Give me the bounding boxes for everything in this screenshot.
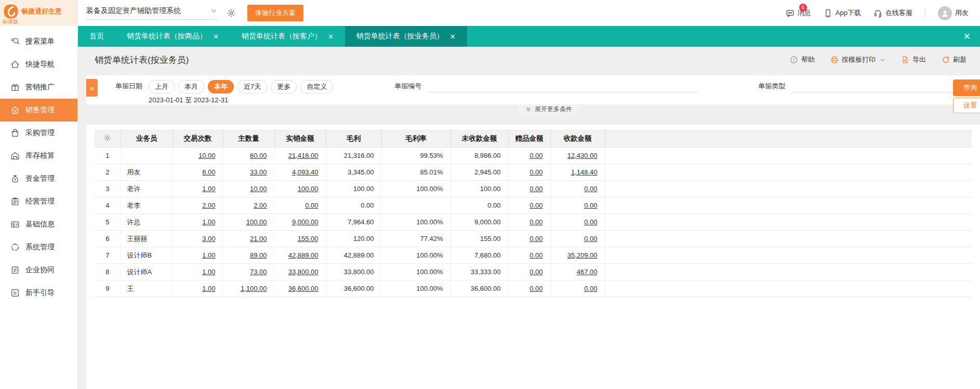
drilldown-link[interactable]: 155.00 [298,235,319,243]
drilldown-link[interactable]: 0.00 [584,235,597,243]
drilldown-link[interactable]: 0.00 [305,202,318,209]
drilldown-link[interactable]: 1.00 [202,268,215,276]
drilldown-link[interactable]: 0.00 [529,285,542,292]
drilldown-link[interactable]: 0.00 [584,202,597,209]
drilldown-link[interactable]: 0.00 [529,268,542,276]
drilldown-link[interactable]: 21.00 [250,235,267,243]
drilldown-link[interactable]: 1.00 [202,251,215,259]
cell-filler [605,247,972,264]
sidebar-item-gift[interactable]: 营销推广 [0,76,77,99]
expand-more-conditions[interactable]: 展开更多条件 [518,104,579,114]
drilldown-link[interactable]: 33.00 [250,168,267,176]
drilldown-link[interactable]: 0.00 [584,218,597,226]
drilldown-link[interactable]: 89.00 [250,251,267,259]
query-button[interactable]: 查询 [953,79,980,96]
table-row: 8设计师A1.0073.0033,800.0033,800.00100.00%3… [95,264,972,280]
drilldown-link[interactable]: 2.00 [254,202,267,209]
date-option-近7天[interactable]: 近7天 [237,80,267,93]
drilldown-link[interactable]: 33,800.00 [288,268,319,276]
sidebar-item-idcard[interactable]: A基础信息 [0,213,77,236]
tab-0[interactable]: 首页 [78,26,115,47]
system-icon [10,243,20,252]
sidebar-item-sales[interactable]: $销售管理 [0,99,77,122]
drilldown-link[interactable]: 4,093.40 [292,168,319,176]
date-option-更多[interactable]: 更多 [271,80,297,93]
sidebar-item-clipboard[interactable]: 经营管理 [0,190,77,213]
sidebar-item-guide[interactable]: 新新手引导 [0,281,77,304]
drilldown-link[interactable]: 0.00 [529,152,542,159]
date-option-上月[interactable]: 上月 [149,80,175,93]
column-settings-button[interactable] [95,130,121,147]
messages-button[interactable]: 消息 6 [786,8,811,18]
drilldown-link[interactable]: 12,430.00 [567,152,598,159]
close-all-tabs-button[interactable]: ✕ [954,26,980,47]
drilldown-link[interactable]: 1,148.40 [571,168,598,176]
refresh-button[interactable]: 刷新 [942,55,966,64]
drilldown-link[interactable]: 6.00 [202,168,215,176]
brand-logo-icon [3,4,19,19]
sidebar-item-collab[interactable]: 企业协同 [0,259,77,281]
sidebar-item-bag[interactable]: 采购管理 [0,122,77,144]
date-range-value[interactable]: 2023-01-01 至 2023-12-31 [149,96,333,105]
table-row: 5许总1.00100.009,000.007,964.60100.00%9,00… [95,214,972,231]
app-download-button[interactable]: App下载 [824,8,861,18]
drilldown-link[interactable]: 0.00 [529,185,542,193]
drilldown-link[interactable]: 1,100.00 [241,285,267,292]
user-menu[interactable]: 用友 [938,6,969,20]
date-option-本月[interactable]: 本月 [178,80,204,93]
export-button[interactable]: 导出 [901,55,926,64]
print-chevron-down-icon[interactable] [880,57,885,63]
drilldown-link[interactable]: 2.00 [202,202,215,209]
drilldown-link[interactable]: 0.00 [584,185,597,193]
drilldown-link[interactable]: 0.00 [529,202,542,209]
tab-2[interactable]: 销货单统计表（按客户）✕ [230,26,345,47]
drilldown-link[interactable]: 1.00 [202,218,215,226]
system-select[interactable]: 装备及固定资产辅助管理系统 [86,6,217,20]
drilldown-link[interactable]: 42,889.00 [288,251,319,259]
sidebar-item-system[interactable]: 系统管理 [0,236,77,259]
filter-settings-button[interactable]: 设置 [953,98,980,113]
online-service-button[interactable]: 在线客服 [873,8,912,18]
drilldown-link[interactable]: 0.00 [584,285,597,292]
tab-1[interactable]: 销货单统计表（按商品）✕ [115,26,230,47]
drilldown-link[interactable]: 36,600.00 [288,285,319,292]
drilldown-link[interactable]: 9,000.00 [292,218,319,226]
double-chevron-down-icon [525,106,532,113]
tab-close-icon[interactable]: ✕ [328,33,334,41]
drilldown-link[interactable]: 21,416.00 [288,152,319,159]
cell-value: 36,600.00 [326,280,381,297]
trial-plan-button[interactable]: 体验行业方案 [247,5,303,21]
tab-3-active[interactable]: 销货单统计表（按业务员）✕ [345,26,467,47]
drilldown-link[interactable]: 35,209.00 [567,251,598,259]
drilldown-link[interactable]: 1.00 [202,285,215,292]
print-by-template-button[interactable]: 按模板打印 [830,55,885,64]
tab-close-icon[interactable]: ✕ [450,33,456,41]
drilldown-link[interactable]: 73.00 [250,268,267,276]
drilldown-link[interactable]: 0.00 [529,168,542,176]
doc-no-input[interactable] [428,80,698,92]
drilldown-link[interactable]: 60.00 [250,152,267,159]
settings-gear-icon[interactable] [227,8,236,18]
sidebar-item-warehouse[interactable]: 库存核算 [0,144,77,167]
doc-type-select[interactable] [791,80,980,92]
drilldown-link[interactable]: 100.00 [246,218,267,226]
collapse-filter-button[interactable]: » [86,79,98,97]
drilldown-link[interactable]: 0.00 [529,218,542,226]
tab-close-icon[interactable]: ✕ [213,33,219,41]
drilldown-link[interactable]: 10.00 [198,152,216,159]
drilldown-link[interactable]: 10.00 [250,185,267,193]
drilldown-link[interactable]: 467.00 [577,268,598,276]
help-button[interactable]: ? 帮助 [790,55,815,64]
drilldown-link[interactable]: 1.00 [202,185,215,193]
drilldown-link[interactable]: 0.00 [529,235,542,243]
date-option-本年[interactable]: 本年 [208,80,234,93]
cell-value: 89.00 [223,247,274,264]
cell-value: 100.00 [451,181,508,197]
sidebar-item-home[interactable]: 快捷导航 [0,53,77,76]
date-option-自定义[interactable]: 自定义 [300,80,333,93]
sidebar-item-search[interactable]: 搜索菜单 [0,30,77,53]
drilldown-link[interactable]: 3.00 [202,235,215,243]
drilldown-link[interactable]: 0.00 [529,251,542,259]
sidebar-item-moneybag[interactable]: ¥资金管理 [0,167,77,190]
drilldown-link[interactable]: 100.00 [298,185,319,193]
